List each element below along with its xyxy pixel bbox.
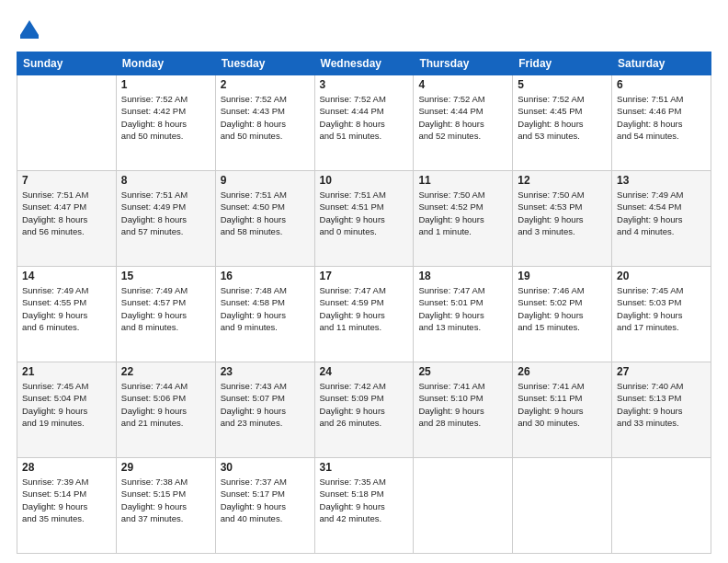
day-info: Sunrise: 7:41 AMSunset: 5:11 PMDaylight:… bbox=[518, 380, 607, 429]
weekday-header-row: SundayMondayTuesdayWednesdayThursdayFrid… bbox=[17, 52, 711, 75]
calendar-cell: 17Sunrise: 7:47 AMSunset: 4:59 PMDayligh… bbox=[314, 267, 414, 362]
day-number: 17 bbox=[320, 270, 409, 282]
weekday-friday: Friday bbox=[513, 52, 612, 75]
day-number: 24 bbox=[320, 365, 409, 378]
calendar-cell: 24Sunrise: 7:42 AMSunset: 5:09 PMDayligh… bbox=[314, 362, 414, 458]
day-info: Sunrise: 7:49 AMSunset: 4:57 PMDaylight:… bbox=[121, 284, 210, 333]
weekday-thursday: Thursday bbox=[414, 52, 513, 75]
calendar-cell: 12Sunrise: 7:50 AMSunset: 4:53 PMDayligh… bbox=[513, 171, 612, 267]
calendar-cell: 7Sunrise: 7:51 AMSunset: 4:47 PMDaylight… bbox=[17, 171, 117, 267]
day-number: 13 bbox=[617, 174, 706, 187]
day-number: 4 bbox=[418, 78, 507, 91]
svg-marker-0 bbox=[20, 20, 39, 35]
day-number: 11 bbox=[418, 174, 507, 187]
day-number: 22 bbox=[121, 365, 210, 378]
day-info: Sunrise: 7:47 AMSunset: 5:01 PMDaylight:… bbox=[418, 284, 507, 333]
day-number: 15 bbox=[121, 270, 210, 282]
day-info: Sunrise: 7:37 AMSunset: 5:17 PMDaylight:… bbox=[221, 476, 310, 524]
day-info: Sunrise: 7:44 AMSunset: 5:06 PMDaylight:… bbox=[121, 380, 210, 429]
day-number: 31 bbox=[320, 461, 409, 474]
day-info: Sunrise: 7:46 AMSunset: 5:02 PMDaylight:… bbox=[518, 284, 607, 333]
weekday-monday: Monday bbox=[116, 52, 215, 75]
day-info: Sunrise: 7:45 AMSunset: 5:04 PMDaylight:… bbox=[22, 380, 111, 429]
calendar-cell bbox=[17, 75, 117, 171]
day-number: 29 bbox=[121, 461, 210, 474]
day-info: Sunrise: 7:51 AMSunset: 4:51 PMDaylight:… bbox=[320, 189, 409, 237]
day-number: 5 bbox=[518, 78, 607, 91]
day-number: 9 bbox=[221, 174, 310, 187]
day-number: 30 bbox=[221, 461, 310, 474]
calendar-cell: 31Sunrise: 7:35 AMSunset: 5:18 PMDayligh… bbox=[314, 458, 414, 554]
day-info: Sunrise: 7:51 AMSunset: 4:46 PMDaylight:… bbox=[617, 93, 706, 142]
calendar-cell: 20Sunrise: 7:45 AMSunset: 5:03 PMDayligh… bbox=[612, 267, 711, 362]
calendar-cell: 18Sunrise: 7:47 AMSunset: 5:01 PMDayligh… bbox=[414, 267, 513, 362]
calendar-cell: 27Sunrise: 7:40 AMSunset: 5:13 PMDayligh… bbox=[612, 362, 711, 458]
day-info: Sunrise: 7:35 AMSunset: 5:18 PMDaylight:… bbox=[320, 476, 409, 524]
calendar-cell: 11Sunrise: 7:50 AMSunset: 4:52 PMDayligh… bbox=[414, 171, 513, 267]
day-info: Sunrise: 7:49 AMSunset: 4:54 PMDaylight:… bbox=[617, 189, 706, 237]
day-info: Sunrise: 7:43 AMSunset: 5:07 PMDaylight:… bbox=[221, 380, 310, 429]
day-info: Sunrise: 7:41 AMSunset: 5:10 PMDaylight:… bbox=[418, 380, 507, 429]
day-info: Sunrise: 7:48 AMSunset: 4:58 PMDaylight:… bbox=[221, 284, 310, 333]
day-number: 27 bbox=[617, 365, 706, 378]
day-number: 21 bbox=[22, 365, 111, 378]
day-number: 3 bbox=[320, 78, 409, 91]
day-info: Sunrise: 7:45 AMSunset: 5:03 PMDaylight:… bbox=[617, 284, 706, 333]
calendar-cell: 21Sunrise: 7:45 AMSunset: 5:04 PMDayligh… bbox=[17, 362, 117, 458]
day-number: 28 bbox=[22, 461, 111, 474]
week-row-4: 21Sunrise: 7:45 AMSunset: 5:04 PMDayligh… bbox=[17, 362, 711, 458]
calendar-cell: 15Sunrise: 7:49 AMSunset: 4:57 PMDayligh… bbox=[116, 267, 215, 362]
day-number: 14 bbox=[22, 270, 111, 282]
calendar-cell: 10Sunrise: 7:51 AMSunset: 4:51 PMDayligh… bbox=[314, 171, 414, 267]
day-info: Sunrise: 7:50 AMSunset: 4:53 PMDaylight:… bbox=[518, 189, 607, 237]
week-row-5: 28Sunrise: 7:39 AMSunset: 5:14 PMDayligh… bbox=[17, 458, 711, 554]
day-info: Sunrise: 7:52 AMSunset: 4:45 PMDaylight:… bbox=[518, 93, 607, 142]
calendar-cell: 22Sunrise: 7:44 AMSunset: 5:06 PMDayligh… bbox=[116, 362, 215, 458]
calendar-cell: 1Sunrise: 7:52 AMSunset: 4:42 PMDaylight… bbox=[116, 75, 215, 171]
calendar-cell: 4Sunrise: 7:52 AMSunset: 4:44 PMDaylight… bbox=[414, 75, 513, 171]
day-number: 18 bbox=[418, 270, 507, 282]
calendar-cell: 2Sunrise: 7:52 AMSunset: 4:43 PMDaylight… bbox=[215, 75, 314, 171]
header bbox=[17, 17, 711, 42]
calendar-cell: 19Sunrise: 7:46 AMSunset: 5:02 PMDayligh… bbox=[513, 267, 612, 362]
day-info: Sunrise: 7:51 AMSunset: 4:49 PMDaylight:… bbox=[121, 189, 210, 237]
calendar-cell: 14Sunrise: 7:49 AMSunset: 4:55 PMDayligh… bbox=[17, 267, 117, 362]
day-info: Sunrise: 7:52 AMSunset: 4:42 PMDaylight:… bbox=[121, 93, 210, 142]
weekday-wednesday: Wednesday bbox=[314, 52, 414, 75]
day-number: 8 bbox=[121, 174, 210, 187]
day-info: Sunrise: 7:39 AMSunset: 5:14 PMDaylight:… bbox=[22, 476, 111, 524]
day-number: 10 bbox=[320, 174, 409, 187]
week-row-3: 14Sunrise: 7:49 AMSunset: 4:55 PMDayligh… bbox=[17, 267, 711, 362]
calendar-cell: 13Sunrise: 7:49 AMSunset: 4:54 PMDayligh… bbox=[612, 171, 711, 267]
day-number: 1 bbox=[121, 78, 210, 91]
logo bbox=[17, 17, 44, 42]
day-number: 16 bbox=[221, 270, 310, 282]
day-number: 12 bbox=[518, 174, 607, 187]
calendar-cell: 28Sunrise: 7:39 AMSunset: 5:14 PMDayligh… bbox=[17, 458, 117, 554]
day-info: Sunrise: 7:38 AMSunset: 5:15 PMDaylight:… bbox=[121, 476, 210, 524]
calendar-cell: 26Sunrise: 7:41 AMSunset: 5:11 PMDayligh… bbox=[513, 362, 612, 458]
calendar-cell: 8Sunrise: 7:51 AMSunset: 4:49 PMDaylight… bbox=[116, 171, 215, 267]
day-number: 26 bbox=[518, 365, 607, 378]
day-number: 23 bbox=[221, 365, 310, 378]
weekday-saturday: Saturday bbox=[612, 52, 711, 75]
calendar-cell: 30Sunrise: 7:37 AMSunset: 5:17 PMDayligh… bbox=[215, 458, 314, 554]
calendar-cell: 6Sunrise: 7:51 AMSunset: 4:46 PMDaylight… bbox=[612, 75, 711, 171]
calendar-cell: 16Sunrise: 7:48 AMSunset: 4:58 PMDayligh… bbox=[215, 267, 314, 362]
day-info: Sunrise: 7:49 AMSunset: 4:55 PMDaylight:… bbox=[22, 284, 111, 333]
logo-icon bbox=[17, 17, 42, 42]
calendar-cell: 25Sunrise: 7:41 AMSunset: 5:10 PMDayligh… bbox=[414, 362, 513, 458]
calendar-cell: 5Sunrise: 7:52 AMSunset: 4:45 PMDaylight… bbox=[513, 75, 612, 171]
day-number: 19 bbox=[518, 270, 607, 282]
day-number: 2 bbox=[221, 78, 310, 91]
day-info: Sunrise: 7:40 AMSunset: 5:13 PMDaylight:… bbox=[617, 380, 706, 429]
week-row-1: 1Sunrise: 7:52 AMSunset: 4:42 PMDaylight… bbox=[17, 75, 711, 171]
calendar-cell bbox=[513, 458, 612, 554]
calendar-cell bbox=[612, 458, 711, 554]
svg-rect-1 bbox=[20, 35, 39, 39]
day-number: 25 bbox=[418, 365, 507, 378]
weekday-tuesday: Tuesday bbox=[215, 52, 314, 75]
day-number: 20 bbox=[617, 270, 706, 282]
weekday-sunday: Sunday bbox=[17, 52, 117, 75]
calendar-cell: 3Sunrise: 7:52 AMSunset: 4:44 PMDaylight… bbox=[314, 75, 414, 171]
